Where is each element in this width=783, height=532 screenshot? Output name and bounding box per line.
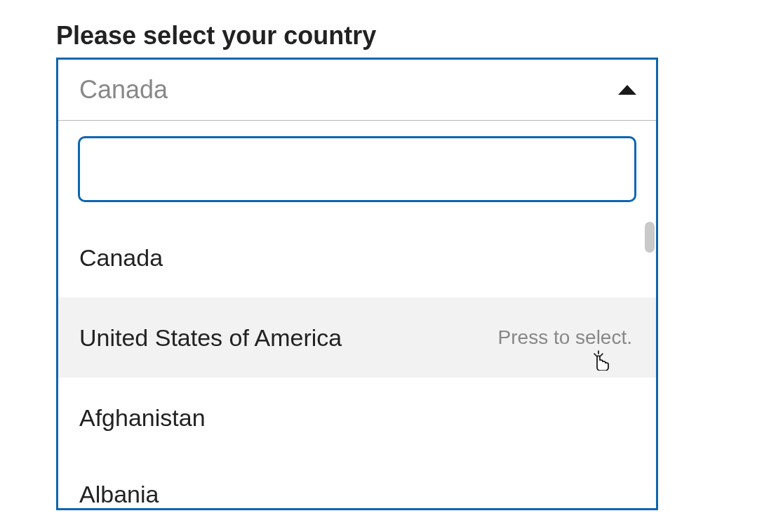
option-united-states[interactable]: United States of America Press to select… — [58, 298, 656, 378]
combobox-selected-text: Canada — [79, 75, 168, 105]
option-label: Afghanistan — [79, 404, 206, 432]
field-label: Please select your country — [56, 21, 727, 51]
country-combobox[interactable]: Canada Canada United States of America P… — [56, 58, 658, 510]
caret-up-icon — [618, 85, 636, 95]
option-hint: Press to select. — [498, 326, 632, 349]
option-canada[interactable]: Canada — [58, 218, 656, 298]
search-container — [58, 121, 656, 218]
option-label: Albania — [79, 481, 159, 508]
combobox-selected-display[interactable]: Canada — [58, 60, 656, 121]
option-albania[interactable]: Albania — [58, 458, 656, 508]
option-label: Canada — [79, 244, 163, 272]
options-list: Canada United States of America Press to… — [58, 218, 656, 508]
option-label: United States of America — [79, 324, 342, 352]
combobox-search-input[interactable] — [78, 136, 636, 202]
pointer-cursor-icon — [589, 348, 611, 371]
option-afghanistan[interactable]: Afghanistan — [58, 378, 656, 458]
scrollbar-thumb[interactable] — [645, 222, 655, 253]
